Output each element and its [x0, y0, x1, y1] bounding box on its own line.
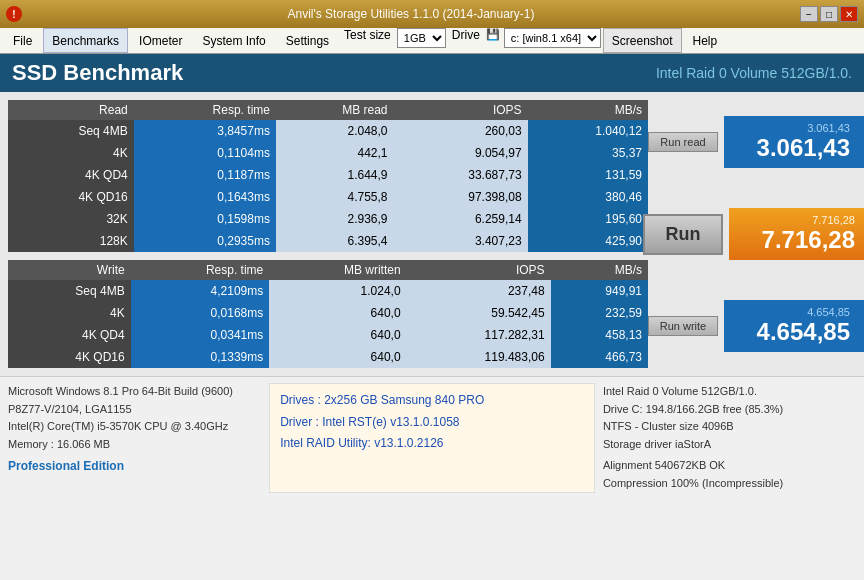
read-cell: 1.644,9	[276, 164, 394, 186]
write-table-row: 4K QD40,0341ms640,0117.282,31458,13	[8, 324, 648, 346]
write-score-small: 4.654,85	[738, 306, 850, 318]
write-cell: 4K QD4	[8, 324, 131, 346]
minimize-button[interactable]: −	[800, 6, 818, 22]
menu-file[interactable]: File	[4, 28, 41, 53]
read-table-row: 4K QD40,1187ms1.644,933.687,73131,59	[8, 164, 648, 186]
drive-label: Drive	[448, 28, 484, 53]
footer-right: Intel Raid 0 Volume 512GB/1.0. Drive C: …	[603, 383, 856, 493]
write-cell: 640,0	[269, 346, 406, 368]
read-cell: 0,2935ms	[134, 230, 276, 252]
read-cell: 2.048,0	[276, 120, 394, 142]
read-cell: 0,1598ms	[134, 208, 276, 230]
right-panel: Run read 3.061,43 3.061,43 Run 7.716,28 …	[656, 100, 856, 368]
write-cell: 4K	[8, 302, 131, 324]
footer-middle: Drives : 2x256 GB Samsung 840 PRO Driver…	[269, 383, 595, 493]
read-cell: 6.259,14	[394, 208, 528, 230]
run-write-button[interactable]: Run write	[648, 316, 718, 336]
total-score-small: 7.716,28	[743, 214, 855, 226]
write-cell: 232,59	[551, 302, 648, 324]
write-col-mb: MB written	[269, 260, 406, 280]
read-cell: 3,8457ms	[134, 120, 276, 142]
write-cell: Seq 4MB	[8, 280, 131, 302]
read-cell: 33.687,73	[394, 164, 528, 186]
maximize-button[interactable]: □	[820, 6, 838, 22]
read-cell: 4.755,8	[276, 186, 394, 208]
write-cell: 466,73	[551, 346, 648, 368]
write-col-label: Write	[8, 260, 131, 280]
read-cell: 131,59	[528, 164, 648, 186]
write-table-row: 4K0,0168ms640,059.542,45232,59	[8, 302, 648, 324]
professional-edition-link[interactable]: Professional Edition	[8, 459, 124, 473]
menu-help[interactable]: Help	[684, 28, 727, 53]
close-button[interactable]: ✕	[840, 6, 858, 22]
read-cell: 380,46	[528, 186, 648, 208]
write-col-resp: Resp. time	[131, 260, 270, 280]
read-cell: 32K	[8, 208, 134, 230]
footer-driver: Driver : Intel RST(e) v13.1.0.1058	[280, 412, 584, 434]
write-cell: 0,0341ms	[131, 324, 270, 346]
menu-benchmarks[interactable]: Benchmarks	[43, 28, 128, 53]
footer-drives: Drives : 2x256 GB Samsung 840 PRO	[280, 390, 584, 412]
write-cell: 458,13	[551, 324, 648, 346]
total-score-big: 7.716,28	[743, 226, 855, 254]
read-score-big: 3.061,43	[738, 134, 850, 162]
footer-drive-c: Drive C: 194.8/166.2GB free (85.3%)	[603, 401, 856, 419]
read-cell: 97.398,08	[394, 186, 528, 208]
screenshot-button[interactable]: Screenshot	[603, 28, 682, 53]
read-col-label: Read	[8, 100, 134, 120]
app-icon: !	[6, 6, 22, 22]
read-cell: 3.407,23	[394, 230, 528, 252]
read-cell: 2.936,9	[276, 208, 394, 230]
footer-raid-utility: Intel RAID Utility: v13.1.0.2126	[280, 433, 584, 455]
write-cell: 0,1339ms	[131, 346, 270, 368]
read-cell: 0,1643ms	[134, 186, 276, 208]
read-table-row: 4K QD160,1643ms4.755,897.398,08380,46	[8, 186, 648, 208]
write-cell: 640,0	[269, 302, 406, 324]
read-score-row: Run read 3.061,43 3.061,43	[648, 116, 864, 168]
read-cell: 128K	[8, 230, 134, 252]
total-score-box: 7.716,28 7.716,28	[729, 208, 864, 260]
read-cell: 425,90	[528, 230, 648, 252]
write-score-big: 4.654,85	[738, 318, 850, 346]
read-cell: 0,1187ms	[134, 164, 276, 186]
read-cell: 0,1104ms	[134, 142, 276, 164]
write-cell: 640,0	[269, 324, 406, 346]
ssd-subtitle: Intel Raid 0 Volume 512GB/1.0.	[656, 65, 852, 81]
read-cell: 4K QD4	[8, 164, 134, 186]
run-read-button[interactable]: Run read	[648, 132, 718, 152]
write-cell: 237,48	[407, 280, 551, 302]
read-cell: 9.054,97	[394, 142, 528, 164]
ssd-header: SSD Benchmark Intel Raid 0 Volume 512GB/…	[0, 54, 864, 92]
menu-bar: File Benchmarks IOmeter System Info Sett…	[0, 28, 864, 54]
footer-raid-volume: Intel Raid 0 Volume 512GB/1.0.	[603, 383, 856, 401]
menu-settings[interactable]: Settings	[277, 28, 338, 53]
read-score-small: 3.061,43	[738, 122, 850, 134]
write-cell: 949,91	[551, 280, 648, 302]
read-cell: 6.395,4	[276, 230, 394, 252]
testsize-select[interactable]: 1GB	[397, 28, 446, 48]
footer-compression: Compression 100% (Incompressible)	[603, 475, 856, 493]
drive-select[interactable]: c: [win8.1 x64]	[504, 28, 601, 48]
write-cell: 1.024,0	[269, 280, 406, 302]
read-cell: 4K	[8, 142, 134, 164]
main-content: Read Resp. time MB read IOPS MB/s Seq 4M…	[0, 92, 864, 376]
read-cell: 195,60	[528, 208, 648, 230]
footer-ntfs: NTFS - Cluster size 4096B	[603, 418, 856, 436]
write-cell: 117.282,31	[407, 324, 551, 346]
write-col-mbs: MB/s	[551, 260, 648, 280]
footer-os: Microsoft Windows 8.1 Pro 64-Bit Build (…	[8, 383, 261, 401]
write-table-row: Seq 4MB4,2109ms1.024,0237,48949,91	[8, 280, 648, 302]
menu-iometer[interactable]: IOmeter	[130, 28, 191, 53]
testsize-label: Test size	[340, 28, 395, 53]
write-cell: 119.483,06	[407, 346, 551, 368]
read-col-iops: IOPS	[394, 100, 528, 120]
write-table: Write Resp. time MB written IOPS MB/s Se…	[8, 260, 648, 368]
menu-sysinfo[interactable]: System Info	[193, 28, 274, 53]
read-cell: 4K QD16	[8, 186, 134, 208]
read-cell: Seq 4MB	[8, 120, 134, 142]
read-col-mb: MB read	[276, 100, 394, 120]
footer-storage-driver: Storage driver iaStorA	[603, 436, 856, 454]
write-col-iops: IOPS	[407, 260, 551, 280]
write-cell: 4,2109ms	[131, 280, 270, 302]
run-button[interactable]: Run	[643, 214, 723, 255]
